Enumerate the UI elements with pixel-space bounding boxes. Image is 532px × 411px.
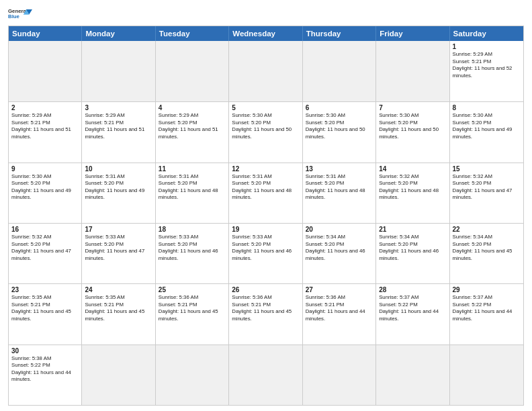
day-info: Sunrise: 5:37 AMSunset: 5:22 PMDaylight:… [379,294,446,322]
calendar-row-3: 9Sunrise: 5:30 AMSunset: 5:20 PMDaylight… [9,163,523,223]
calendar-cell-empty [229,345,302,405]
day-info: Sunrise: 5:34 AMSunset: 5:20 PMDaylight:… [306,234,373,262]
day-info: Sunrise: 5:31 AMSunset: 5:20 PMDaylight:… [85,173,152,201]
calendar-cell-day-15: 15Sunrise: 5:32 AMSunset: 5:20 PMDayligh… [450,163,523,223]
day-info: Sunrise: 5:32 AMSunset: 5:20 PMDaylight:… [379,173,446,201]
day-info: Sunrise: 5:30 AMSunset: 5:20 PMDaylight:… [11,173,79,201]
day-number: 21 [379,226,446,233]
day-number: 23 [11,286,79,293]
day-info: Sunrise: 5:36 AMSunset: 5:21 PMDaylight:… [306,294,373,322]
calendar-cell-day-9: 9Sunrise: 5:30 AMSunset: 5:20 PMDaylight… [9,163,82,223]
weekday-header-wednesday: Wednesday [229,26,302,41]
weekday-header-monday: Monday [82,26,155,41]
day-number: 27 [306,286,373,293]
calendar-cell-day-8: 8Sunrise: 5:30 AMSunset: 5:20 PMDaylight… [450,102,523,162]
day-info: Sunrise: 5:32 AMSunset: 5:20 PMDaylight:… [453,173,521,201]
calendar-cell-day-29: 29Sunrise: 5:37 AMSunset: 5:22 PMDayligh… [450,284,523,344]
day-info: Sunrise: 5:29 AMSunset: 5:20 PMDaylight:… [159,112,226,140]
day-number: 17 [85,226,152,233]
calendar-cell-empty [303,345,376,405]
calendar-cell-day-10: 10Sunrise: 5:31 AMSunset: 5:20 PMDayligh… [82,163,155,223]
day-number: 5 [232,104,299,111]
calendar-cell-empty [376,41,449,101]
weekday-header-friday: Friday [376,26,449,41]
calendar-cell-day-14: 14Sunrise: 5:32 AMSunset: 5:20 PMDayligh… [376,163,449,223]
day-number: 24 [85,286,152,293]
day-number: 25 [159,286,226,293]
day-number: 14 [379,165,446,173]
day-number: 12 [232,165,299,173]
logo: General Blue [8,7,32,21]
day-info: Sunrise: 5:30 AMSunset: 5:20 PMDaylight:… [306,112,373,140]
day-number: 13 [306,165,373,173]
day-number: 16 [11,226,79,233]
calendar-cell-empty [82,345,155,405]
calendar-cell-day-30: 30Sunrise: 5:38 AMSunset: 5:22 PMDayligh… [9,345,82,405]
day-info: Sunrise: 5:34 AMSunset: 5:20 PMDaylight:… [453,234,521,262]
calendar-cell-day-19: 19Sunrise: 5:33 AMSunset: 5:20 PMDayligh… [229,224,302,283]
day-info: Sunrise: 5:36 AMSunset: 5:21 PMDaylight:… [232,294,299,322]
day-info: Sunrise: 5:38 AMSunset: 5:22 PMDaylight:… [11,355,79,383]
calendar-cell-day-25: 25Sunrise: 5:36 AMSunset: 5:21 PMDayligh… [156,284,229,344]
calendar-body: 1Sunrise: 5:29 AMSunset: 5:21 PMDaylight… [9,41,523,405]
day-info: Sunrise: 5:36 AMSunset: 5:21 PMDaylight:… [159,294,226,322]
calendar-cell-day-7: 7Sunrise: 5:30 AMSunset: 5:20 PMDaylight… [376,102,449,162]
calendar-cell-empty [9,41,82,101]
day-info: Sunrise: 5:33 AMSunset: 5:20 PMDaylight:… [232,234,299,262]
day-info: Sunrise: 5:29 AMSunset: 5:21 PMDaylight:… [85,112,152,140]
generalblue-logo-icon: General Blue [8,7,32,20]
day-info: Sunrise: 5:35 AMSunset: 5:21 PMDaylight:… [11,294,79,322]
day-info: Sunrise: 5:32 AMSunset: 5:20 PMDaylight:… [11,234,79,262]
calendar-cell-day-18: 18Sunrise: 5:33 AMSunset: 5:20 PMDayligh… [156,224,229,283]
calendar-row-1: 1Sunrise: 5:29 AMSunset: 5:21 PMDaylight… [9,41,523,101]
day-info: Sunrise: 5:29 AMSunset: 5:21 PMDaylight:… [453,51,521,79]
weekday-header-sunday: Sunday [9,26,82,41]
day-number: 1 [453,43,521,50]
day-info: Sunrise: 5:33 AMSunset: 5:20 PMDaylight:… [85,234,152,262]
calendar-cell-empty [376,345,449,405]
calendar-row-4: 16Sunrise: 5:32 AMSunset: 5:20 PMDayligh… [9,223,523,283]
calendar-cell-day-12: 12Sunrise: 5:31 AMSunset: 5:20 PMDayligh… [229,163,302,223]
calendar-cell-day-13: 13Sunrise: 5:31 AMSunset: 5:20 PMDayligh… [303,163,376,223]
weekday-header-tuesday: Tuesday [156,26,229,41]
calendar-cell-day-24: 24Sunrise: 5:35 AMSunset: 5:21 PMDayligh… [82,284,155,344]
day-number: 19 [232,226,299,233]
day-info: Sunrise: 5:33 AMSunset: 5:20 PMDaylight:… [159,234,226,262]
calendar-cell-day-20: 20Sunrise: 5:34 AMSunset: 5:20 PMDayligh… [303,224,376,283]
day-info: Sunrise: 5:34 AMSunset: 5:20 PMDaylight:… [379,234,446,262]
day-number: 28 [379,286,446,293]
calendar-cell-day-21: 21Sunrise: 5:34 AMSunset: 5:20 PMDayligh… [376,224,449,283]
day-number: 11 [159,165,226,173]
calendar-cell-empty [156,41,229,101]
header: General Blue [8,7,524,21]
calendar-cell-day-3: 3Sunrise: 5:29 AMSunset: 5:21 PMDaylight… [82,102,155,162]
calendar-row-6: 30Sunrise: 5:38 AMSunset: 5:22 PMDayligh… [9,345,523,405]
day-number: 29 [453,286,521,293]
day-number: 15 [453,165,521,173]
day-number: 20 [306,226,373,233]
calendar-cell-empty [82,41,155,101]
day-number: 22 [453,226,521,233]
day-number: 9 [11,165,79,173]
calendar-cell-day-16: 16Sunrise: 5:32 AMSunset: 5:20 PMDayligh… [9,224,82,283]
calendar-row-5: 23Sunrise: 5:35 AMSunset: 5:21 PMDayligh… [9,283,523,344]
calendar-row-2: 2Sunrise: 5:29 AMSunset: 5:21 PMDaylight… [9,101,523,162]
calendar-cell-day-27: 27Sunrise: 5:36 AMSunset: 5:21 PMDayligh… [303,284,376,344]
calendar-cell-day-1: 1Sunrise: 5:29 AMSunset: 5:21 PMDaylight… [450,41,523,101]
calendar-cell-day-26: 26Sunrise: 5:36 AMSunset: 5:21 PMDayligh… [229,284,302,344]
calendar-cell-empty [156,345,229,405]
calendar-cell-day-22: 22Sunrise: 5:34 AMSunset: 5:20 PMDayligh… [450,224,523,283]
day-info: Sunrise: 5:31 AMSunset: 5:20 PMDaylight:… [232,173,299,201]
svg-text:Blue: Blue [8,13,20,19]
calendar-header: SundayMondayTuesdayWednesdayThursdayFrid… [9,26,523,41]
calendar-cell-day-17: 17Sunrise: 5:33 AMSunset: 5:20 PMDayligh… [82,224,155,283]
day-info: Sunrise: 5:30 AMSunset: 5:20 PMDaylight:… [232,112,299,140]
day-number: 7 [379,104,446,111]
calendar-cell-day-11: 11Sunrise: 5:31 AMSunset: 5:20 PMDayligh… [156,163,229,223]
day-number: 26 [232,286,299,293]
day-info: Sunrise: 5:35 AMSunset: 5:21 PMDaylight:… [85,294,152,322]
day-info: Sunrise: 5:30 AMSunset: 5:20 PMDaylight:… [379,112,446,140]
calendar-cell-day-2: 2Sunrise: 5:29 AMSunset: 5:21 PMDaylight… [9,102,82,162]
calendar-cell-day-6: 6Sunrise: 5:30 AMSunset: 5:20 PMDaylight… [303,102,376,162]
calendar-cell-day-4: 4Sunrise: 5:29 AMSunset: 5:20 PMDaylight… [156,102,229,162]
